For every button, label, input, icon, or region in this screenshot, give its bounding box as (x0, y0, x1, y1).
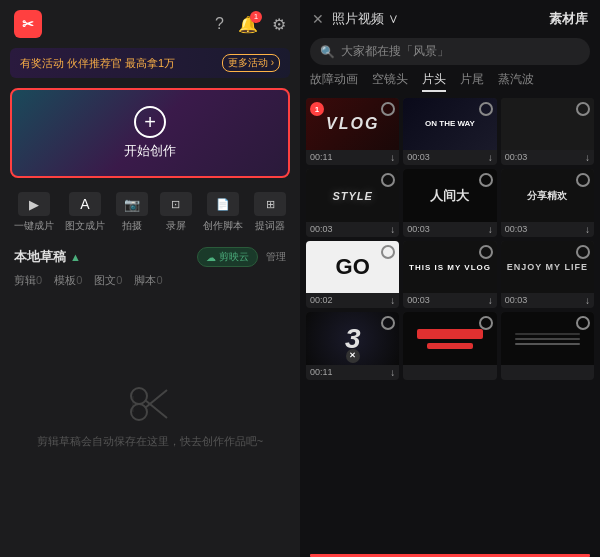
select-circle (381, 173, 395, 187)
teleprompter-label: 提词器 (255, 219, 285, 233)
svg-line-2 (145, 390, 167, 408)
capture-icon: 📷 (116, 192, 148, 216)
cloud-sync-btn[interactable]: ☁ 剪映云 (197, 247, 258, 267)
svg-line-3 (145, 400, 167, 418)
capture-label: 拍摄 (122, 219, 142, 233)
select-circle (479, 316, 493, 330)
select-circle (381, 316, 395, 330)
draft-tabs: 剪辑0 模板0 图文0 脚本0 (0, 271, 300, 294)
red-bar-graphic (417, 329, 482, 339)
quick-action-teleprompter[interactable]: ⊞ 提词器 (254, 192, 286, 233)
notification-badge: 1 (250, 11, 262, 23)
select-circle (576, 245, 590, 259)
app-logo: ✂ (14, 10, 42, 38)
draft-tab-clips[interactable]: 剪辑0 (14, 273, 42, 288)
promo-more-btn[interactable]: 更多活动 › (222, 54, 280, 72)
new-badge: 1 (310, 102, 324, 116)
draft-tab-text[interactable]: 图文0 (94, 273, 122, 288)
help-icon[interactable]: ? (215, 15, 224, 33)
filter-tab-vaporwave[interactable]: 蒸汽波 (498, 71, 534, 92)
search-placeholder: 大家都在搜「风景」 (341, 43, 449, 60)
clips-icon: ▶ (18, 192, 50, 216)
drafts-section-header: 本地草稿 ▲ ☁ 剪映云 管理 (0, 241, 300, 271)
promo-text: 有奖活动 伙伴推荐官 最高拿1万 (20, 56, 175, 71)
draft-tab-template[interactable]: 模板0 (54, 273, 82, 288)
top-bar: ✂ ? 🔔 1 ⚙ (0, 0, 300, 44)
quick-actions: ▶ 一键成片 A 图文成片 📷 拍摄 ⊡ 录屏 📄 创作脚本 ⊞ 提词器 (0, 184, 300, 241)
grid-item-countdown[interactable]: 3 ✕ 00:11 ↓ (306, 312, 399, 379)
grid-item-enjoy[interactable]: ENJOY MY LIFE 00:03 ↓ (501, 241, 594, 308)
filter-tab-closing[interactable]: 片尾 (460, 71, 484, 92)
select-circle (576, 316, 590, 330)
grid-item-go[interactable]: GO 00:02 ↓ (306, 241, 399, 308)
teleprompter-icon: ⊞ (254, 192, 286, 216)
grid-item-lines[interactable] (501, 312, 594, 379)
grid-item-redbar[interactable] (403, 312, 496, 379)
photo-video-selector[interactable]: 照片视频 ∨ (332, 10, 399, 28)
filter-tab-opener[interactable]: 片头 (422, 71, 446, 92)
script-label: 创作脚本 (203, 219, 243, 233)
select-circle (381, 102, 395, 116)
red-bar-small (427, 343, 474, 349)
filter-tab-emptymirror[interactable]: 空镜头 (372, 71, 408, 92)
close-btn[interactable]: ✕ (312, 11, 324, 27)
lines-graphic-3 (515, 343, 580, 345)
select-circle (576, 102, 590, 116)
grid-row-1: 1 VLOG 00:11 ↓ ON THE WAY 00:03 ↓ (306, 98, 594, 165)
top-icons: ? 🔔 1 ⚙ (215, 15, 286, 34)
select-circle (576, 173, 590, 187)
grid-item-share[interactable]: 分享精欢 00:03 ↓ (501, 169, 594, 236)
screen-icon: ⊡ (160, 192, 192, 216)
grid-item-renjian[interactable]: 人间大 00:03 ↓ (403, 169, 496, 236)
grid-item-vlog[interactable]: 1 VLOG 00:11 ↓ (306, 98, 399, 165)
settings-icon[interactable]: ⚙ (272, 15, 286, 34)
grid-row-4: 3 ✕ 00:11 ↓ (306, 312, 594, 379)
content-grid: 1 VLOG 00:11 ↓ ON THE WAY 00:03 ↓ (300, 98, 600, 554)
quick-action-script[interactable]: 📄 创作脚本 (203, 192, 243, 233)
create-plus-icon: + (134, 106, 166, 138)
quick-action-screen[interactable]: ⊡ 录屏 (160, 192, 192, 233)
left-panel: ✂ ? 🔔 1 ⚙ 有奖活动 伙伴推荐官 最高拿1万 更多活动 › + 开始创作… (0, 0, 300, 557)
notification-icon[interactable]: 🔔 1 (238, 15, 258, 34)
grid-item-style[interactable]: STYLE 00:03 ↓ (306, 169, 399, 236)
clips-label: 一键成片 (14, 219, 54, 233)
drafts-arrow-icon: ▲ (70, 251, 81, 263)
filter-tabs: 故障动画 空镜头 片头 片尾 蒸汽波 (300, 71, 600, 98)
manage-btn[interactable]: 管理 (266, 250, 286, 264)
remove-icon[interactable]: ✕ (346, 349, 360, 363)
cloud-icon: ☁ (206, 252, 216, 263)
right-header: ✕ 照片视频 ∨ 素材库 (300, 0, 600, 34)
grid-row-2: STYLE 00:03 ↓ 人间大 00:03 ↓ (306, 169, 594, 236)
search-icon: 🔍 (320, 45, 335, 59)
quick-action-clips[interactable]: ▶ 一键成片 (14, 192, 54, 233)
search-bar[interactable]: 🔍 大家都在搜「风景」 (310, 38, 590, 65)
empty-drafts-area: 剪辑草稿会自动保存在这里，快去创作作品吧~ (0, 294, 300, 557)
lines-graphic-1 (515, 333, 580, 335)
empty-text: 剪辑草稿会自动保存在这里，快去创作作品吧~ (37, 434, 263, 449)
filter-tab-glitch[interactable]: 故障动画 (310, 71, 358, 92)
screen-label: 录屏 (166, 219, 186, 233)
select-circle (479, 102, 493, 116)
drafts-title: 本地草稿 ▲ (14, 248, 81, 266)
quick-action-capture[interactable]: 📷 拍摄 (116, 192, 148, 233)
grid-row-3: GO 00:02 ↓ THIS IS MY VLOG 00:03 ↓ (306, 241, 594, 308)
right-header-left: ✕ 照片视频 ∨ (312, 10, 399, 28)
draft-tab-script[interactable]: 脚本0 (134, 273, 162, 288)
grid-item-onway[interactable]: ON THE WAY 00:03 ↓ (403, 98, 496, 165)
right-panel: ✕ 照片视频 ∨ 素材库 🔍 大家都在搜「风景」 故障动画 空镜头 片头 片尾 … (300, 0, 600, 557)
lines-graphic-2 (515, 338, 580, 340)
textclip-label: 图文成片 (65, 219, 105, 233)
select-circle (381, 245, 395, 259)
promo-bar[interactable]: 有奖活动 伙伴推荐官 最高拿1万 更多活动 › (10, 48, 290, 78)
select-circle (479, 245, 493, 259)
textclip-icon: A (69, 192, 101, 216)
script-icon: 📄 (207, 192, 239, 216)
create-card[interactable]: + 开始创作 (10, 88, 290, 178)
create-label: 开始创作 (124, 142, 176, 160)
material-library-title: 素材库 (549, 10, 588, 28)
grid-item-empty1[interactable]: 00:03 ↓ (501, 98, 594, 165)
scissors-empty-icon (125, 382, 175, 426)
select-circle (479, 173, 493, 187)
grid-item-myvlog[interactable]: THIS IS MY VLOG 00:03 ↓ (403, 241, 496, 308)
quick-action-textclip[interactable]: A 图文成片 (65, 192, 105, 233)
